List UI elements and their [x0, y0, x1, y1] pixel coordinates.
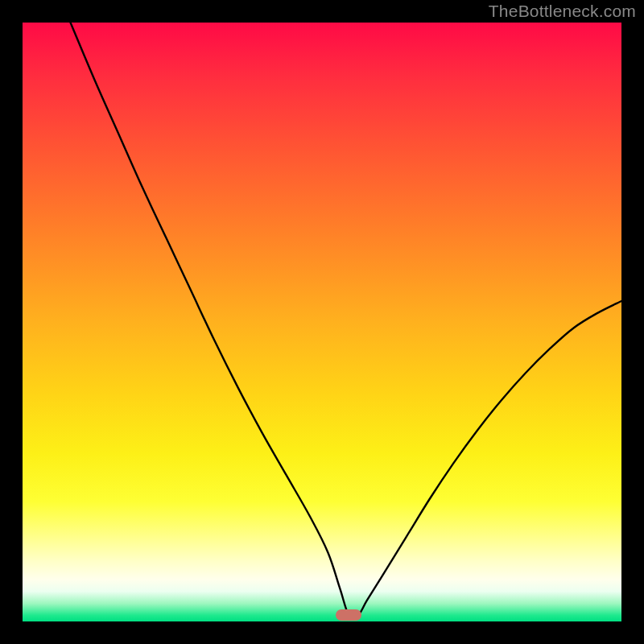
optimal-marker: [336, 609, 361, 621]
bottleneck-curve: [23, 23, 621, 621]
watermark-text: TheBottleneck.com: [489, 2, 636, 21]
chart-frame: TheBottleneck.com: [0, 0, 644, 644]
curve-path: [71, 23, 621, 618]
plot-area: [23, 23, 621, 621]
